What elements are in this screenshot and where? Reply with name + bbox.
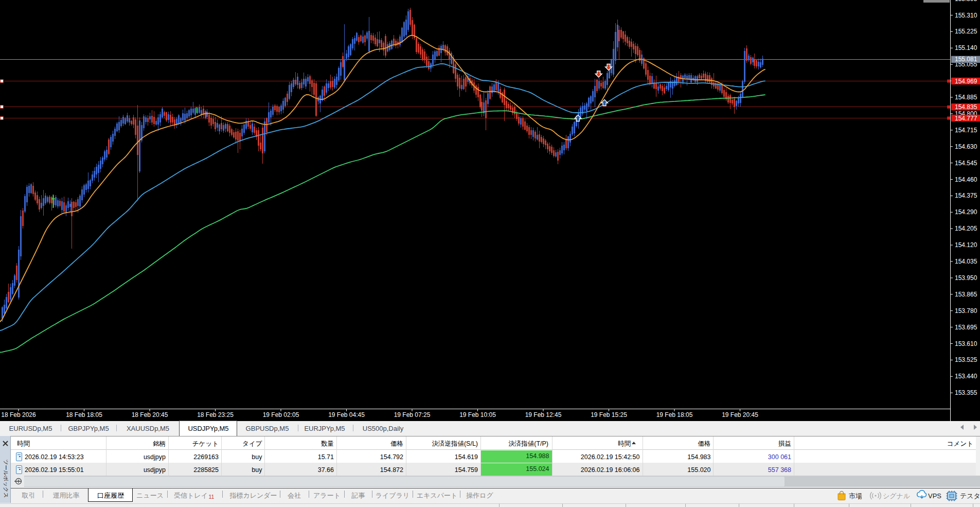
- svg-text:153.780: 153.780: [955, 307, 977, 314]
- svg-text:153.865: 153.865: [955, 291, 977, 298]
- svg-text:154.035: 154.035: [955, 258, 977, 265]
- svg-text:18 Feb 20:45: 18 Feb 20:45: [132, 411, 168, 418]
- svg-text:154.835: 154.835: [955, 103, 977, 111]
- svg-text:154.375: 154.375: [955, 192, 977, 199]
- svg-text:153.695: 153.695: [955, 324, 977, 331]
- svg-text:19 Feb 12:45: 19 Feb 12:45: [525, 411, 562, 418]
- svg-text:19 Feb 15:25: 19 Feb 15:25: [591, 411, 627, 418]
- svg-text:市場: 市場: [849, 492, 862, 500]
- svg-text:154.777: 154.777: [955, 115, 977, 122]
- svg-text:153.525: 153.525: [955, 356, 977, 363]
- svg-text:155.395: 155.395: [955, 0, 977, 3]
- svg-text:154.205: 154.205: [955, 225, 977, 232]
- svg-text:154.545: 154.545: [955, 160, 977, 167]
- svg-text:19 Feb 18:05: 19 Feb 18:05: [656, 411, 693, 418]
- svg-text:18 Feb 23:25: 18 Feb 23:25: [197, 411, 234, 418]
- svg-text:154.460: 154.460: [955, 176, 977, 183]
- svg-text:154.630: 154.630: [955, 143, 977, 150]
- svg-text:19 Feb 04:45: 19 Feb 04:45: [328, 411, 365, 418]
- svg-text:154.120: 154.120: [955, 241, 977, 249]
- svg-text:153.950: 153.950: [955, 274, 977, 282]
- svg-text:VPS: VPS: [928, 492, 941, 500]
- svg-text:テスター: テスター: [960, 492, 980, 500]
- svg-text:18 Feb 2026: 18 Feb 2026: [1, 411, 36, 418]
- svg-text:155.310: 155.310: [955, 12, 977, 19]
- svg-text:19 Feb 20:45: 19 Feb 20:45: [722, 411, 758, 418]
- svg-text:154.290: 154.290: [955, 208, 977, 216]
- svg-text:155.225: 155.225: [955, 28, 977, 35]
- svg-text:155.081: 155.081: [955, 56, 977, 63]
- svg-text:19 Feb 07:25: 19 Feb 07:25: [394, 411, 431, 418]
- svg-text:153.440: 153.440: [955, 373, 977, 380]
- svg-text:153.355: 153.355: [955, 389, 977, 396]
- svg-text:154.885: 154.885: [955, 94, 977, 101]
- svg-text:シグナル: シグナル: [883, 492, 910, 500]
- svg-text:153.610: 153.610: [955, 340, 977, 347]
- svg-text:154.969: 154.969: [955, 78, 977, 85]
- svg-text:154.715: 154.715: [955, 127, 977, 134]
- svg-text:155.140: 155.140: [955, 44, 977, 51]
- svg-text:18 Feb 18:05: 18 Feb 18:05: [66, 411, 102, 418]
- svg-text:19 Feb 02:05: 19 Feb 02:05: [263, 411, 299, 418]
- svg-text:19 Feb 10:05: 19 Feb 10:05: [459, 411, 496, 418]
